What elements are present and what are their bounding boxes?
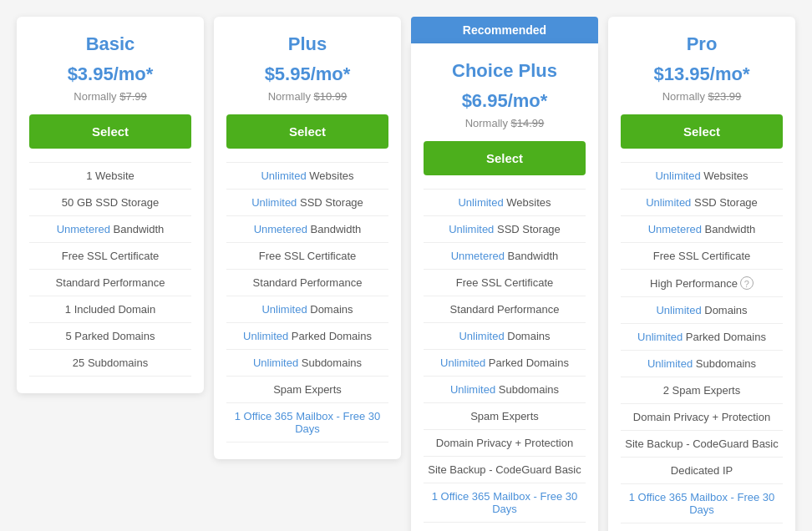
feature-item: Standard Performance xyxy=(424,296,586,323)
plan-name-choice-plus: Choice Plus xyxy=(424,60,586,82)
plan-price-basic: $3.95/mo* xyxy=(29,63,191,85)
feature-item: 50 GB SSD Storage xyxy=(29,190,191,216)
feature-item: Unlimited Parked Domains xyxy=(226,323,388,350)
plan-wrapper-plus: Plus$5.95/mo*Normally $10.99SelectUnlimi… xyxy=(214,17,401,459)
feature-item: Unlimited SSD Storage xyxy=(424,216,586,243)
feature-list-pro: Unlimited WebsitesUnlimited SSD StorageU… xyxy=(621,162,783,523)
feature-item: Dedicated IP xyxy=(621,458,783,484)
feature-item: Unlimited Subdomains xyxy=(621,351,783,377)
feature-item: High Performance? xyxy=(621,270,783,297)
question-icon[interactable]: ? xyxy=(740,276,754,290)
feature-item: Unlimited Domains xyxy=(424,323,586,350)
feature-item: Free SSL Certificate xyxy=(621,243,783,270)
feature-item: Unmetered Bandwidth xyxy=(424,243,586,270)
feature-item: Unlimited SSD Storage xyxy=(226,190,388,216)
feature-item: Site Backup - CodeGuard Basic xyxy=(424,457,586,483)
select-button-choice-plus[interactable]: Select xyxy=(424,141,586,175)
plan-normally-plus: Normally $10.99 xyxy=(226,90,388,103)
feature-item: 1 Website xyxy=(29,163,191,190)
feature-item: Free SSL Certificate xyxy=(226,243,388,270)
feature-item: Unlimited Websites xyxy=(621,163,783,190)
plan-name-plus: Plus xyxy=(226,33,388,55)
feature-item: Unlimited Parked Domains xyxy=(621,324,783,351)
feature-item: Unmetered Bandwidth xyxy=(621,216,783,243)
feature-list-choice-plus: Unlimited WebsitesUnlimited SSD StorageU… xyxy=(424,189,586,523)
feature-list-basic: 1 Website50 GB SSD StorageUnmetered Band… xyxy=(29,162,191,377)
feature-item: Standard Performance xyxy=(226,270,388,296)
feature-item: Unlimited Domains xyxy=(226,296,388,323)
plan-wrapper-choice-plus: RecommendedChoice Plus$6.95/mo*Normally … xyxy=(411,17,598,531)
plan-price-pro: $13.95/mo* xyxy=(621,63,783,85)
feature-list-plus: Unlimited WebsitesUnlimited SSD StorageU… xyxy=(226,162,388,442)
feature-item: Domain Privacy + Protection xyxy=(424,430,586,457)
plan-card-pro: Pro$13.95/mo*Normally $23.99SelectUnlimi… xyxy=(608,17,795,531)
feature-item: Unlimited SSD Storage xyxy=(621,190,783,216)
feature-item: Unmetered Bandwidth xyxy=(29,216,191,243)
plans-container: Basic$3.95/mo*Normally $7.99Select1 Webs… xyxy=(17,17,795,531)
feature-item: Spam Experts xyxy=(424,403,586,430)
feature-item: Unmetered Bandwidth xyxy=(226,216,388,243)
recommended-badge: Recommended xyxy=(411,17,598,43)
feature-item: 1 Included Domain xyxy=(29,296,191,323)
plan-normally-basic: Normally $7.99 xyxy=(29,90,191,103)
plan-name-basic: Basic xyxy=(29,33,191,55)
plan-normally-choice-plus: Normally $14.99 xyxy=(424,117,586,129)
plan-name-pro: Pro xyxy=(621,33,783,55)
feature-item: Free SSL Certificate xyxy=(29,243,191,270)
plan-card-basic: Basic$3.95/mo*Normally $7.99Select1 Webs… xyxy=(17,17,204,393)
feature-item: 5 Parked Domains xyxy=(29,323,191,350)
feature-item: Site Backup - CodeGuard Basic xyxy=(621,431,783,458)
plan-card-choice-plus: Choice Plus$6.95/mo*Normally $14.99Selec… xyxy=(411,43,598,531)
feature-item: 1 Office 365 Mailbox - Free 30 Days xyxy=(621,484,783,523)
feature-item: Standard Performance xyxy=(29,270,191,296)
feature-item: Domain Privacy + Protection xyxy=(621,404,783,431)
select-button-basic[interactable]: Select xyxy=(29,114,191,149)
feature-item: 25 Subdomains xyxy=(29,350,191,377)
feature-item: Spam Experts xyxy=(226,377,388,403)
feature-item: Unlimited Domains xyxy=(621,297,783,324)
feature-item: Unlimited Parked Domains xyxy=(424,350,586,377)
feature-item: 1 Office 365 Mailbox - Free 30 Days xyxy=(226,403,388,442)
select-button-plus[interactable]: Select xyxy=(226,114,388,149)
feature-item: Free SSL Certificate xyxy=(424,270,586,296)
feature-item: 1 Office 365 Mailbox - Free 30 Days xyxy=(424,483,586,523)
feature-item: Unlimited Subdomains xyxy=(226,350,388,377)
feature-item: Unlimited Websites xyxy=(226,163,388,190)
plan-wrapper-basic: Basic$3.95/mo*Normally $7.99Select1 Webs… xyxy=(17,17,204,393)
feature-item: Unlimited Websites xyxy=(424,190,586,216)
plan-normally-pro: Normally $23.99 xyxy=(621,90,783,103)
select-button-pro[interactable]: Select xyxy=(621,114,783,149)
plan-card-plus: Plus$5.95/mo*Normally $10.99SelectUnlimi… xyxy=(214,17,401,459)
plan-price-plus: $5.95/mo* xyxy=(226,63,388,85)
feature-item: Unlimited Subdomains xyxy=(424,377,586,403)
plan-price-choice-plus: $6.95/mo* xyxy=(424,90,586,112)
feature-item: 2 Spam Experts xyxy=(621,377,783,404)
plan-wrapper-pro: Pro$13.95/mo*Normally $23.99SelectUnlimi… xyxy=(608,17,795,531)
